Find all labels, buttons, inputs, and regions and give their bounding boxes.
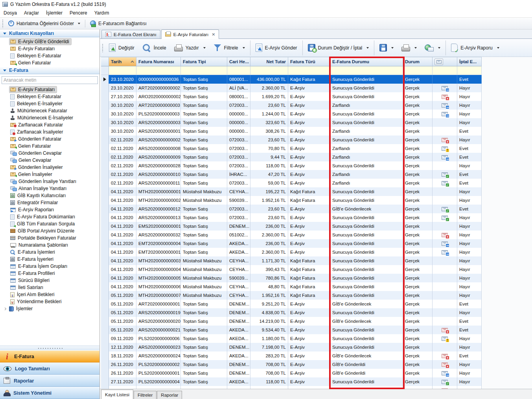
sidebar-item-numaralama-ablonlar-[interactable]: Numaralama Şablonları — [0, 242, 99, 249]
table-row[interactable]: 27.11.2020PLS2020000000004Toptan SatışAK… — [101, 377, 532, 386]
table-row[interactable]: 05.11.2020ART2020000000001Toptan SatışDE… — [101, 300, 532, 308]
chevron-down-icon[interactable] — [243, 47, 245, 49]
chevron-down-icon[interactable] — [78, 23, 80, 24]
table-row[interactable]: 30.10.2020ART2020000000003Toptan Satış07… — [101, 101, 532, 110]
sidebar-item-entegrat-r-firmalar[interactable]: Entegratör Firmalar — [0, 199, 99, 206]
bottom-tab-raporlar[interactable]: Raporlar — [157, 391, 182, 399]
sidebar-item-g-nderilen-cevaplar[interactable]: Gönderilen Cevaplar — [0, 150, 99, 157]
header-indicator[interactable] — [101, 57, 109, 66]
table-row[interactable]: 04.11.2020MTH2020000000001Müstahsil Makb… — [101, 187, 532, 196]
table-row[interactable]: 18.11.2020ARS2020000000024Toptan SatışAK… — [101, 351, 532, 360]
table-row[interactable]: 05.11.2020ARS2020000000020Toptan SatışDE… — [101, 317, 532, 326]
e-ar-iv-g-nder-button[interactable]: E-Arşiv Gönder — [252, 40, 301, 56]
toolbar-grip[interactable] — [2, 19, 4, 28]
bottom-tab-filtreler[interactable]: Filtreler — [134, 391, 156, 399]
bottom-tab-kay-t-listesi[interactable]: Kayıt Listesi — [101, 390, 133, 399]
yazd-r-button[interactable]: Yazdır — [170, 40, 210, 56]
table-row[interactable]: 05.11.2020ARS2020000000019Toptan SatışDE… — [101, 308, 532, 317]
table-row[interactable]: 05.11.2020ARS2020000000021Toptan SatışAK… — [101, 326, 532, 334]
header-fatura-numaras-[interactable]: Fatura Numarası — [136, 57, 181, 66]
shortcut-gelen-faturalar[interactable]: Gelen Faturalar — [0, 59, 99, 66]
table-row[interactable]: 02.11.2020ARS2020000000028Toptan Satış07… — [101, 161, 532, 170]
mail-header-button[interactable] — [434, 59, 443, 65]
toolbar-grip[interactable] — [102, 44, 104, 52]
sidebar-item-i-eri-al-m-betikleri[interactable]: İçeri Alım Betikleri — [0, 291, 99, 298]
table-row[interactable]: 04.11.2020MTH2020000000003Müstahsil Makb… — [101, 256, 532, 265]
panel-gripper[interactable] — [0, 346, 99, 350]
table-row[interactable]: 02.11.2020ARS2020000000009Toptan Satış07… — [101, 153, 532, 161]
table-row[interactable]: 04.11.2020ARS2020000000012Toptan Satış07… — [101, 205, 532, 213]
table-row[interactable]: 04.11.2020EMT2020000000001Toptan SatışAK… — [101, 248, 532, 256]
chevron-down-icon[interactable] — [438, 47, 440, 49]
chevron-down-icon[interactable] — [391, 47, 394, 49]
chevron-down-icon[interactable] — [414, 47, 417, 49]
sidebar-item-gelen-i-rsaliyeler[interactable]: Gelen İrsaliyeler — [0, 171, 99, 178]
filter-cell[interactable] — [330, 66, 403, 75]
header-cari-he-[interactable]: Cari He... — [227, 57, 250, 66]
sidebar-section-efatura[interactable]: E-Fatura — [0, 66, 99, 74]
header-durum[interactable]: Durum — [403, 57, 433, 66]
header-tarih[interactable]: Tarih — [109, 57, 136, 66]
sidebar-item-m-h-rlenecek-e-i-rsaliyeler[interactable]: Mühürlenecek E-İrsaliyeler — [0, 114, 99, 121]
tab-e-ar-iv-faturalar-[interactable]: E-Arşiv Faturaları× — [161, 29, 219, 39]
menu-item-pencere[interactable]: Pencere — [66, 9, 91, 17]
email-button[interactable] — [421, 40, 444, 56]
sidebar-item-zarflanacak-faturalar[interactable]: Zarflanacak Faturalar — [0, 121, 99, 128]
table-row[interactable]: 02.11.2020ARS2020000000011Toptan Satış07… — [101, 179, 532, 187]
durum-de-i-tir-i-ptal-button[interactable]: Durum Değiştir / İptal — [304, 40, 373, 56]
table-row[interactable]: 04.11.2020ARS2020000000032Toptan Satış05… — [101, 231, 532, 239]
header-e-fatura-durumu[interactable]: E-Fatura Durumu — [330, 57, 403, 66]
table-row[interactable]: 02.11.2020ARS2020000000010Toptan SatışİH… — [101, 170, 532, 179]
sidebar-item-g-nderilen-i-rsaliyeler[interactable]: Gönderilen İrsaliyeler — [0, 164, 99, 171]
filter-cell[interactable] — [227, 66, 250, 75]
filter-cell[interactable] — [250, 66, 288, 75]
efaturacim-connection-button[interactable]: E-Faturacım Bağlantısı — [87, 19, 150, 28]
chevron-down-icon[interactable] — [366, 47, 369, 49]
panel-logo-tan-mlar-[interactable]: Logo Tanımları — [0, 362, 99, 375]
sidebar-item-i-leti-sat-rlar-[interactable]: İleti Satırları — [0, 284, 99, 291]
table-row[interactable]: 04.11.2020MTH2020000000004Müstahsil Makb… — [101, 265, 532, 274]
sidebar-item-e-ar-iv-fatura-dok-manlar-[interactable]: E-Arşiv Fatura Dokümanları — [0, 213, 99, 220]
table-row[interactable]: 30.10.2020ARS2020000000001Toptan Satış00… — [101, 127, 532, 135]
filter-cell[interactable] — [136, 66, 181, 75]
sidebar-item-y-nlendirme-betikleri[interactable]: Yönlendirme Betikleri — [0, 298, 99, 305]
sidebar-item-portalde-bekleyen-faturalar[interactable]: Portalde Bekleyen Faturalar — [0, 234, 99, 242]
sidebar-item-s-r-c-bilgileri[interactable]: Sürücü Bilgileri — [0, 277, 99, 284]
table-row[interactable]: 30.10.2020ARS2020000000003Toptan Satış00… — [101, 118, 532, 127]
sidebar-item-e-ar-iv-faturalar-[interactable]: E-Arşiv Faturaları — [0, 86, 99, 93]
sidebar-item-m-h-rlenecek-faturalar[interactable]: Mühürlenecek Faturalar — [0, 107, 99, 114]
table-row[interactable]: 04.11.2020ARS2020000000013Toptan Satış07… — [101, 213, 532, 222]
shortcut-e-ar-iv-faturalar-[interactable]: E-Arşiv Faturaları — [0, 45, 99, 52]
print2-button[interactable] — [398, 40, 421, 56]
table-row[interactable]: 04.11.2020MTH2020000000005Müstahsil Makb… — [101, 274, 532, 282]
table-row[interactable]: 04.11.2020EMS2020000000001Toptan SatışDE… — [101, 222, 532, 231]
sidebar-item-zarflanacak-i-rsaliyeler[interactable]: Zarflanacak İrsaliyeler — [0, 128, 99, 135]
sidebar-item-gelen-cevaplar[interactable]: Gelen Cevaplar — [0, 157, 99, 164]
table-row[interactable]: 27.10.2020ARO2020000000002Toptan Satış08… — [101, 92, 532, 101]
i-ncele-button[interactable]: İncele — [138, 40, 170, 56]
menu-item-yardım[interactable]: Yardım — [91, 9, 113, 17]
table-row[interactable]: 09.11.2020PLS2020000000006Toptan SatışAK… — [101, 334, 532, 343]
sidebar-item-gi-b-kay-tl-kullan-c-lar-[interactable]: GİB Kayıtlı Kullanıcıları — [0, 192, 99, 199]
panel-e-fatura[interactable]: iE-Fatura — [0, 350, 99, 362]
chevron-right-icon[interactable] — [4, 307, 6, 310]
table-row[interactable]: 26.11.2020PLS2020000000001Toptan SatışDE… — [101, 369, 532, 377]
sidebar-item-gi-b-portal-ar-ivini-d-zenle[interactable]: GİB Portal Arşivini Düzenle — [0, 227, 99, 234]
tab-e-fatura-zet-ekran-[interactable]: E-Fatura Özet Ekranı — [101, 30, 160, 38]
header-fatura-tipi[interactable]: Fatura Tipi — [181, 57, 227, 66]
header-i-ptal-e-[interactable]: İptal E... — [457, 57, 482, 66]
table-row[interactable]: 05.11.2020MTH2020000000007Müstahsil Makb… — [101, 291, 532, 300]
filtrele-button[interactable]: Filtrele — [210, 40, 249, 56]
sidebar-item-e-ar-iv-raporlar-[interactable]: E-Arşiv Raporları — [0, 206, 99, 213]
table-row[interactable]: 04.11.2020MTH2020000000002Müstahsil Makb… — [101, 196, 532, 205]
table-row[interactable]: 02.11.2020ARS2020000000008Toptan Satış07… — [101, 144, 532, 153]
table-row[interactable]: 04.11.2020MTH2020000000006Müstahsil Makb… — [101, 282, 532, 291]
sidebar-item-i-lemler[interactable]: İşlemler — [0, 305, 99, 312]
panel-raporlar[interactable]: Raporlar — [0, 375, 99, 387]
sidebar-item-bekleyen-e-faturalar[interactable]: Bekleyen E-Faturalar — [0, 93, 99, 100]
table-row[interactable]: × — [101, 386, 532, 389]
sidebar-item-g-nderilen-i-rsaliye-yan-tlar-[interactable]: Gönderilen İrsaliye Yanıtları — [0, 178, 99, 185]
header-net-tutar[interactable]: Net Tutar — [250, 57, 288, 66]
e-ar-iv-raporu-button[interactable]: E-Arşiv Raporu — [447, 40, 503, 56]
filter-cell[interactable] — [288, 66, 330, 75]
